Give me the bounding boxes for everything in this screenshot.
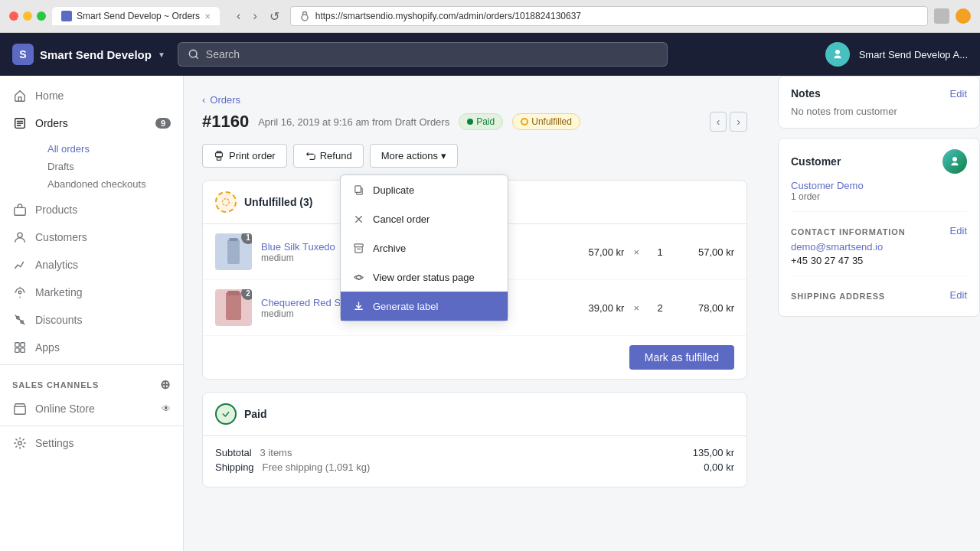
dropdown-archive-label: Archive bbox=[373, 243, 406, 254]
maximize-dot[interactable] bbox=[37, 11, 46, 21]
apps-icon bbox=[12, 340, 28, 355]
svg-rect-21 bbox=[226, 292, 241, 320]
svg-point-18 bbox=[223, 199, 230, 206]
check-icon bbox=[221, 409, 230, 419]
paid-status-icon bbox=[215, 403, 237, 425]
sidebar-item-products[interactable]: Products bbox=[0, 196, 183, 223]
more-actions-button[interactable]: More actions ▾ bbox=[370, 144, 458, 168]
analytics-icon bbox=[12, 257, 28, 272]
contact-edit-button[interactable]: Edit bbox=[950, 225, 967, 236]
unfulfilled-badge-dot bbox=[521, 118, 528, 126]
browser-reload-button[interactable]: ↺ bbox=[265, 8, 284, 25]
breadcrumb[interactable]: ‹ Orders bbox=[202, 94, 747, 106]
close-dot[interactable] bbox=[9, 11, 18, 21]
tab-close-button[interactable]: ✕ bbox=[204, 12, 211, 21]
home-icon bbox=[12, 88, 28, 103]
products-svg bbox=[13, 203, 27, 217]
page-title: #1160 bbox=[202, 112, 249, 132]
sidebar-item-analytics[interactable]: Analytics bbox=[0, 251, 183, 279]
search-bar[interactable]: Search bbox=[178, 42, 668, 67]
dropdown-item-duplicate[interactable]: Duplicate bbox=[341, 175, 508, 204]
settings-icon bbox=[12, 435, 28, 451]
product-qty-1: 1 bbox=[648, 246, 671, 258]
analytics-svg bbox=[13, 258, 27, 272]
orders-icon bbox=[12, 116, 28, 131]
right-panel: Notes Edit No notes from customer Custom… bbox=[766, 76, 980, 551]
sidebar-item-analytics-label: Analytics bbox=[35, 259, 78, 271]
user-icon[interactable] bbox=[956, 8, 971, 24]
paid-badge-dot bbox=[467, 119, 473, 125]
svg-rect-15 bbox=[354, 185, 361, 191]
sidebar-item-settings[interactable]: Settings bbox=[0, 429, 183, 457]
browser-forward-button[interactable]: › bbox=[248, 8, 261, 24]
prev-order-button[interactable]: ‹ bbox=[710, 112, 727, 132]
sidebar-item-home[interactable]: Home bbox=[0, 82, 183, 109]
marketing-icon bbox=[12, 285, 28, 300]
sidebar-item-customers[interactable]: Customers bbox=[0, 223, 183, 251]
customer-title: Customer bbox=[791, 155, 841, 168]
notes-edit-button[interactable]: Edit bbox=[950, 88, 967, 99]
svg-point-0 bbox=[302, 15, 308, 21]
sidebar-item-online-store[interactable]: Online Store 👁 bbox=[0, 395, 183, 422]
subtotal-row: Subtotal 3 items 135,00 kr bbox=[215, 447, 734, 458]
sidebar-subitem-drafts[interactable]: Drafts bbox=[35, 158, 183, 175]
sidebar-item-products-label: Products bbox=[35, 204, 77, 216]
customer-orders: 1 order bbox=[791, 191, 864, 202]
customer-name[interactable]: Customer Demo bbox=[791, 180, 864, 191]
paid-card-title: Paid bbox=[244, 408, 267, 420]
unfulfilled-status-icon bbox=[215, 191, 237, 213]
sidebar-item-customers-label: Customers bbox=[35, 231, 87, 243]
store-logo[interactable]: S Smart Send Develop ▼ bbox=[12, 44, 165, 65]
sales-channels-label: SALES CHANNELS ⊕ bbox=[0, 368, 183, 395]
page-header: #1160 April 16, 2019 at 9:16 am from Dra… bbox=[202, 112, 747, 132]
svg-rect-13 bbox=[217, 157, 220, 160]
sidebar-item-home-label: Home bbox=[35, 90, 64, 102]
products-icon bbox=[12, 202, 28, 217]
browser-tab[interactable]: Smart Send Develop ~ Orders ✕ bbox=[52, 7, 220, 25]
sidebar-subitem-abandoned[interactable]: Abandoned checkouts bbox=[35, 175, 183, 193]
dropdown-item-archive[interactable]: Archive bbox=[341, 233, 508, 262]
customers-icon bbox=[12, 230, 28, 245]
address-bar[interactable]: https://smartsendio.myshopify.com/admin/… bbox=[290, 6, 928, 26]
dropdown-duplicate-label: Duplicate bbox=[373, 184, 414, 196]
dropdown-item-view-status[interactable]: View order status page bbox=[341, 262, 508, 292]
dropdown-item-generate-label[interactable]: Generate label bbox=[341, 292, 508, 321]
shipping-row: Shipping Free shipping (1,091 kg) 0,00 k… bbox=[215, 461, 734, 473]
unfulfilled-icon-svg bbox=[220, 197, 231, 207]
browser-dots bbox=[9, 11, 46, 21]
print-order-button[interactable]: Print order bbox=[202, 144, 287, 168]
lock-icon bbox=[299, 10, 311, 22]
next-order-button[interactable]: › bbox=[730, 112, 747, 132]
add-sales-channel-button[interactable]: ⊕ bbox=[160, 377, 171, 392]
minimize-dot[interactable] bbox=[23, 11, 32, 21]
svg-point-11 bbox=[18, 442, 22, 445]
price-qty-separator-2: × bbox=[633, 302, 639, 314]
sidebar-item-marketing[interactable]: Marketing bbox=[0, 279, 183, 306]
sidebar-item-apps[interactable]: Apps bbox=[0, 334, 183, 361]
shipping-edit-button[interactable]: Edit bbox=[950, 289, 967, 301]
svg-rect-9 bbox=[21, 348, 24, 352]
svg-point-4 bbox=[18, 233, 22, 237]
customer-email[interactable]: demo@smartsend.io bbox=[791, 241, 967, 253]
orders-submenu: All orders Drafts Abandoned checkouts bbox=[0, 137, 183, 196]
breadcrumb-label: Orders bbox=[210, 94, 240, 106]
sidebar-item-orders[interactable]: Orders 9 bbox=[0, 109, 183, 137]
svg-rect-20 bbox=[229, 238, 238, 241]
user-avatar[interactable] bbox=[825, 42, 850, 67]
product-price-1: 57,00 kr bbox=[578, 246, 624, 258]
sidebar-subitem-all-orders[interactable]: All orders bbox=[35, 140, 183, 158]
refund-button[interactable]: Refund bbox=[293, 144, 364, 168]
view-icon bbox=[351, 270, 365, 284]
mark-as-fulfilled-button[interactable]: Mark as fulfilled bbox=[629, 345, 734, 370]
sidebar-item-discounts[interactable]: Discounts bbox=[0, 306, 183, 334]
sidebar-item-apps-label: Apps bbox=[35, 341, 60, 354]
shipping-label: Shipping Free shipping (1,091 kg) bbox=[215, 461, 370, 473]
customer-avatar-icon bbox=[948, 155, 962, 168]
extension-icon[interactable] bbox=[934, 8, 949, 24]
customer-avatar bbox=[942, 149, 967, 174]
duplicate-icon bbox=[351, 183, 365, 197]
dropdown-item-cancel[interactable]: Cancel order bbox=[341, 204, 508, 233]
paid-card-body: Subtotal 3 items 135,00 kr Shipping Free… bbox=[203, 436, 746, 487]
sidebar: Home Orders 9 All orders Drafts Abandone… bbox=[0, 76, 184, 551]
browser-back-button[interactable]: ‹ bbox=[232, 8, 245, 24]
